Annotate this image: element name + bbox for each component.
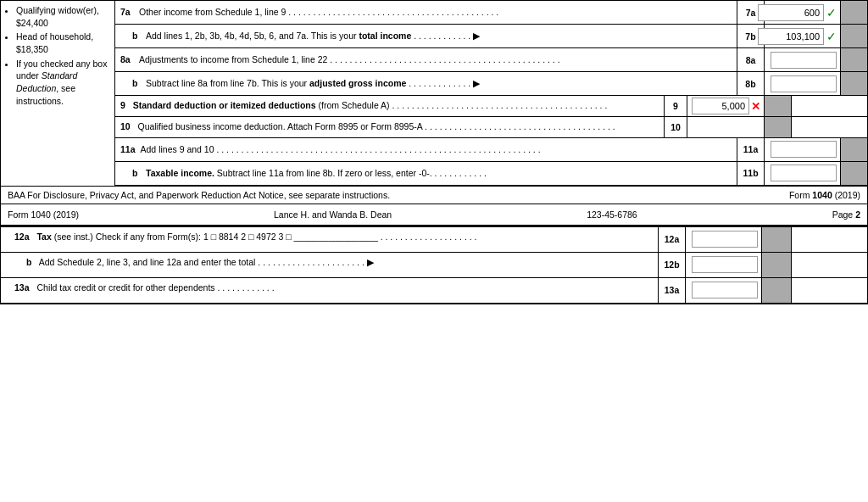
sidebar-item-qualifying: Qualifying widow(er), $24,400 — [16, 4, 109, 29]
sidebar-item-if-checked: If you checked any box under Standard De… — [16, 58, 109, 108]
row-13a-inner-linenum: 13a — [658, 278, 685, 303]
row-13a-input-cell — [685, 278, 761, 303]
page2-header: Form 1040 (2019) Lance H. and Wanda B. D… — [0, 204, 868, 226]
row-8b-input-cell — [764, 72, 840, 95]
row-12b-letter: b — [26, 257, 31, 267]
row-7a-input[interactable] — [758, 4, 824, 21]
row-8b-linenum: 8b — [737, 72, 764, 95]
row-11b-label: b Taxable income. Subtract line 11a from… — [115, 162, 737, 185]
row-13a-number: 13a — [14, 282, 30, 293]
row-9-gray — [764, 96, 791, 116]
row-7a: 7a Other income from Schedule 1, line 9 … — [115, 1, 867, 25]
tax-bold: Tax — [36, 231, 51, 242]
row-12b: b Add Schedule 2, line 3, and line 12a a… — [1, 253, 867, 278]
row-9-x-mark: ✕ — [751, 100, 760, 113]
row-10-spacer — [687, 117, 764, 137]
row-11b-text: Taxable income. Subtract line 11a from l… — [146, 167, 487, 180]
row-7b-check: ✓ — [826, 30, 837, 43]
sidebar-item-head: Head of household, $18,350 — [16, 31, 109, 55]
row-10-gray — [764, 117, 791, 137]
row-8a-label: 8a Adjustments to income from Schedule 1… — [115, 48, 737, 71]
baa-text: BAA For Disclosure, Privacy Act, and Pap… — [8, 190, 390, 200]
row-8b-input[interactable] — [771, 75, 837, 92]
row-9-input[interactable] — [692, 98, 749, 114]
row-9-number: 9 — [120, 100, 125, 110]
row-12b-label: b Add Schedule 2, line 3, and line 12a a… — [1, 253, 658, 277]
row-12a-input[interactable] — [692, 231, 758, 248]
row-9: 9 Standard deduction or itemized deducti… — [115, 96, 867, 117]
row-12b-right — [791, 253, 867, 277]
row-12a-inner-linenum: 12a — [658, 227, 685, 252]
row-7a-input-cell: ✓ — [764, 1, 840, 24]
row-12a-number: 12a — [14, 231, 30, 242]
row-8b: b Subtract line 8a from line 7b. This is… — [115, 72, 867, 96]
adj-gross-income-bold: adjusted gross income — [309, 78, 406, 88]
row-11b-gray — [840, 162, 867, 185]
row-12a-input-cell — [685, 227, 761, 252]
page2-taxpayer: Lance H. and Wanda B. Dean — [274, 209, 392, 220]
row-12b-input[interactable] — [692, 256, 758, 273]
page-num-bold: 2 — [855, 209, 860, 220]
row-7a-check: ✓ — [826, 6, 837, 20]
row-12a-note: (see inst.) Check if any from Form(s): 1… — [54, 231, 477, 242]
row-7b-input[interactable] — [758, 28, 824, 45]
row-7b: b Add lines 1, 2b, 3b, 4b, 4d, 5b, 6, an… — [115, 25, 867, 48]
row-10-number: 10 — [120, 121, 131, 131]
form-main-content: 7a Other income from Schedule 1, line 9 … — [115, 1, 867, 186]
row-11b-linenum: 11b — [737, 162, 764, 185]
row-11b-input[interactable] — [771, 165, 837, 181]
row-7a-number: 7a — [120, 6, 134, 19]
form-ref: Form 1040 (2019) — [789, 190, 860, 200]
row-7b-label: b Add lines 1, 2b, 3b, 4b, 4d, 5b, 6, an… — [115, 25, 737, 47]
row-12b-gray — [761, 253, 791, 277]
row-8b-gray — [840, 72, 867, 95]
row-11a-input-cell — [764, 138, 840, 161]
page2-form-label: Form 1040 (2019) — [8, 209, 79, 220]
taxable-income-bold: Taxable income. — [146, 168, 214, 178]
row-8a-text: Adjustments to income from Schedule 1, l… — [139, 53, 560, 66]
row-9-input-area: ✕ — [687, 96, 764, 116]
row-8b-letter: b — [132, 77, 141, 90]
row-13a-input[interactable] — [692, 282, 758, 298]
row-9-suffix: (from Schedule A) . . . . . . . . . . . … — [319, 100, 608, 110]
row-9-label: 9 Standard deduction or itemized deducti… — [115, 96, 664, 116]
row-11a-linenum: 11a — [737, 138, 764, 161]
row-11b-letter: b — [132, 167, 141, 180]
baa-footer: BAA For Disclosure, Privacy Act, and Pap… — [0, 186, 868, 204]
row-12b-text: Add Schedule 2, line 3, and line 12a and… — [39, 257, 374, 267]
row-11a-input[interactable] — [771, 141, 837, 158]
row-11b-input-cell — [764, 162, 840, 185]
row-11a: 11a Add lines 9 and 10 . . . . . . . . .… — [115, 138, 867, 162]
row-11a-gray — [840, 138, 867, 161]
row-13a-text: Child tax credit or credit for other dep… — [36, 282, 274, 293]
row-12a-right — [791, 227, 867, 252]
row-8a-input[interactable] — [771, 52, 837, 69]
row-7b-text: Add lines 1, 2b, 3b, 4b, 4d, 5b, 6, and … — [146, 30, 480, 42]
row-11a-number: 11a — [120, 143, 136, 156]
row-12a-gray — [761, 227, 791, 252]
row-10-right — [791, 117, 867, 137]
page2-page-num: Page 2 — [832, 209, 860, 220]
row-11a-label: 11a Add lines 9 and 10 . . . . . . . . .… — [115, 138, 737, 161]
row-12a: 12a Tax (see inst.) Check if any from Fo… — [1, 227, 867, 253]
row-7b-gray — [840, 25, 867, 47]
row-10-inner-linenum: 10 — [664, 117, 687, 137]
row-12b-input-cell — [685, 253, 761, 277]
row-8a-input-cell — [764, 48, 840, 71]
form-bold: 1040 — [812, 190, 832, 200]
total-income-bold: total income — [359, 31, 411, 41]
row-11a-text: Add lines 9 and 10 . . . . . . . . . . .… — [141, 143, 541, 156]
row-7a-gray — [840, 1, 867, 24]
row-8a-gray — [840, 48, 867, 71]
row-9-inner-linenum: 9 — [664, 96, 687, 116]
row-13a-label: 13a Child tax credit or credit for other… — [1, 278, 658, 303]
row-8a-linenum: 8a — [737, 48, 764, 71]
row-13a: 13a Child tax credit or credit for other… — [1, 278, 867, 304]
row-12b-inner-linenum: 12b — [658, 253, 685, 277]
row-7b-letter: b — [132, 30, 141, 42]
row-13a-gray — [761, 278, 791, 303]
left-sidebar: Qualifying widow(er), $24,400 Head of ho… — [1, 1, 115, 186]
row-13a-right — [791, 278, 867, 303]
row-9-right-spacer — [791, 96, 867, 116]
row-11b: b Taxable income. Subtract line 11a from… — [115, 162, 867, 186]
